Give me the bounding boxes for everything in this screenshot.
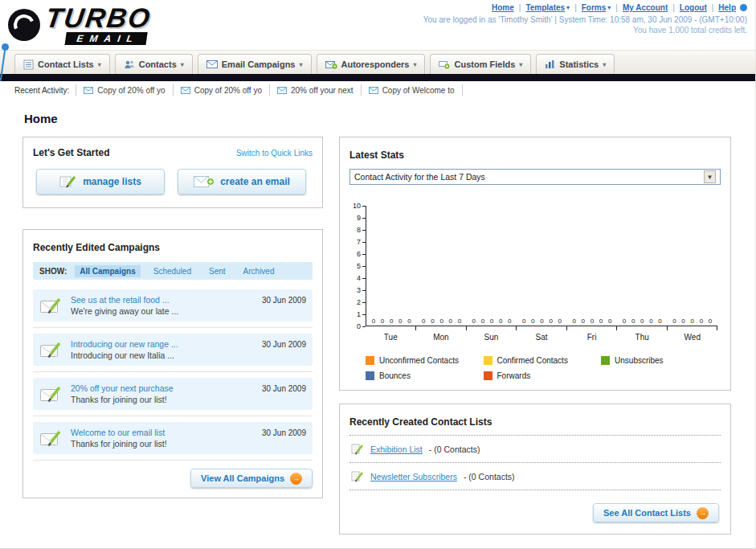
tab-statistics[interactable]: Statistics ▾	[536, 54, 615, 74]
create-email-button[interactable]: create an email	[178, 169, 306, 195]
pencil-icon	[351, 470, 364, 482]
contact-lists-icon	[23, 59, 34, 70]
x-axis-label: Tue	[366, 326, 416, 342]
chart-y-axis: 109876543210	[353, 206, 366, 326]
contacts-icon	[124, 59, 135, 69]
main-nav-tabbar: Contact Lists ▾ Contacts ▾ Email Campaig…	[0, 50, 755, 74]
logo-word-email: EMAIL	[64, 32, 148, 45]
campaign-row-wrap: Introducing our new range ... Introducin…	[33, 334, 313, 372]
view-all-campaigns-button[interactable]: View All Campaigns →	[190, 469, 313, 488]
value-labels: 00000	[467, 318, 517, 325]
value-labels: 00000	[567, 318, 617, 325]
see-all-contact-lists-button[interactable]: See All Contact Lists →	[593, 503, 719, 522]
chart-category-group: 00000	[467, 206, 517, 326]
recent-activity-item[interactable]: Copy of Welcome to	[361, 84, 463, 96]
tab-autoresponders[interactable]: Autoresponders ▾	[317, 54, 426, 74]
recent-activity-bar: Recent Activity: Copy of 20% off yo Copy…	[0, 81, 755, 99]
recent-activity-item[interactable]: Copy of 20% off yo	[76, 84, 172, 96]
chevron-down-icon: ▾	[413, 61, 416, 68]
campaign-title-link[interactable]: Introducing our new range ...	[71, 339, 178, 349]
email-edit-icon	[39, 340, 63, 359]
x-axis-label: Wed	[667, 326, 717, 342]
contact-lists-title: Recently Created Contact Lists	[349, 416, 492, 428]
email-edit-icon	[39, 296, 63, 315]
chart-legend: Unconfirmed ContactsConfirmed ContactsUn…	[366, 356, 719, 380]
campaign-date: 30 Jun 2009	[262, 427, 306, 437]
contact-activity-chart: 109876543210 000000000000000000000000000…	[353, 206, 717, 380]
create-email-label: create an email	[220, 176, 290, 187]
contact-list-link[interactable]: Newsletter Subscribers	[370, 472, 457, 481]
filter-archived[interactable]: Archived	[239, 265, 280, 277]
contact-list-link[interactable]: Exhibition List	[370, 445, 423, 454]
campaign-title-link[interactable]: See us at the retail food ...	[71, 295, 178, 305]
filter-scheduled[interactable]: Scheduled	[149, 265, 196, 277]
chevron-down-icon: ▾	[98, 61, 101, 68]
blue-marker-icon	[2, 43, 9, 51]
divider-bar	[0, 74, 755, 81]
legend-item: Forwards	[484, 371, 602, 380]
speedometer-icon	[8, 9, 40, 41]
top-nav-help[interactable]: Help	[707, 3, 747, 12]
campaigns-panel-title: Recently Edited Campaigns	[33, 242, 160, 253]
chevron-down-icon: ▾	[519, 61, 522, 68]
campaign-row: Introducing our new range ... Introducin…	[33, 334, 313, 366]
x-axis-label: Sun	[466, 326, 517, 342]
stats-period-value: Contact Activity for the Last 7 Days	[354, 172, 485, 182]
chart-category-group: 00000	[668, 206, 717, 326]
pencil-icon	[351, 443, 364, 455]
x-axis-label: Mon	[416, 326, 467, 342]
recently-created-lists-panel: Recently Created Contact Lists Exhibitio…	[339, 404, 731, 535]
legend-item: Bounces	[366, 371, 484, 380]
tab-contacts[interactable]: Contacts ▾	[115, 54, 193, 74]
logo-word-turbo: TURBO	[44, 5, 153, 31]
chart-x-labels: TueMonSunSatFriThuWed	[366, 326, 717, 342]
campaign-title-link[interactable]: Welcome to our email list	[71, 428, 167, 437]
get-started-panel: Let's Get Started Switch to Quick Links …	[22, 137, 323, 208]
x-axis-label: Sat	[517, 326, 567, 342]
top-nav: Home Templates▾ Forms▾ My Account Logout…	[423, 3, 747, 12]
stats-period-dropdown[interactable]: Contact Activity for the Last 7 Days ▼	[349, 169, 721, 185]
filter-all-campaigns[interactable]: All Campaigns	[75, 265, 140, 277]
recently-edited-campaigns-panel: Recently Edited Campaigns SHOW: All Camp…	[22, 229, 323, 498]
tab-label: Statistics	[559, 59, 599, 69]
activity-item-label: Copy of Welcome to	[382, 86, 455, 95]
app-logo: TURBO EMAIL	[8, 5, 150, 45]
tab-label: Email Campaigns	[222, 59, 296, 69]
contact-list-detail: - (0 Contacts)	[464, 472, 515, 481]
legend-swatch	[366, 356, 374, 365]
campaigns-filter-bar: SHOW: All Campaigns Scheduled Sent Archi…	[33, 262, 313, 280]
manage-lists-button[interactable]: manage lists	[36, 169, 165, 195]
campaign-title-link[interactable]: 20% off your next purchase	[71, 383, 174, 393]
header-right: Home Templates▾ Forms▾ My Account Logout…	[423, 3, 747, 35]
arrow-right-icon: →	[697, 507, 709, 519]
filter-sent[interactable]: Sent	[204, 265, 231, 277]
tab-custom-fields[interactable]: Custom Fields ▾	[430, 54, 531, 74]
top-nav-logout[interactable]: Logout	[668, 3, 706, 12]
value-labels: 00000	[366, 318, 416, 325]
campaign-date: 30 Jun 2009	[262, 338, 306, 349]
left-column: Let's Get Started Switch to Quick Links …	[22, 137, 323, 498]
pencil-list-icon	[59, 174, 77, 189]
envelope-icon	[369, 87, 378, 94]
arrow-right-icon: →	[290, 473, 302, 485]
campaign-row-wrap: 20% off your next purchase Thanks for jo…	[33, 378, 313, 416]
campaign-subtitle: Thanks for joining our list!	[71, 439, 167, 449]
campaign-subtitle: Thanks for joining our list!	[71, 395, 174, 404]
value-labels: 00000	[668, 318, 717, 325]
chart-plot: 00000000000000000000000000000000000	[366, 206, 717, 326]
top-nav-templates[interactable]: Templates▾	[514, 3, 570, 12]
campaign-row-wrap: Welcome to our email list Thanks for joi…	[33, 422, 313, 461]
recent-activity-item[interactable]: Copy of 20% off yo	[173, 84, 269, 96]
tab-label: Contact Lists	[38, 59, 94, 69]
top-nav-forms[interactable]: Forms▾	[570, 3, 611, 12]
top-nav-home[interactable]: Home	[492, 3, 514, 12]
tab-email-campaigns[interactable]: Email Campaigns ▾	[198, 54, 312, 74]
activity-item-label: Copy of 20% off yo	[194, 86, 262, 95]
campaign-subtitle: We're giving away our late ...	[71, 306, 178, 316]
tab-contact-lists[interactable]: Contact Lists ▾	[14, 54, 110, 74]
top-nav-my-account[interactable]: My Account	[611, 3, 668, 12]
campaign-subtitle: Introducing our new Italia ...	[71, 350, 178, 360]
recent-activity-item[interactable]: 20% off your next	[269, 84, 361, 96]
switch-quick-links-link[interactable]: Switch to Quick Links	[236, 149, 313, 158]
chart-category-group: 00000	[567, 206, 617, 326]
